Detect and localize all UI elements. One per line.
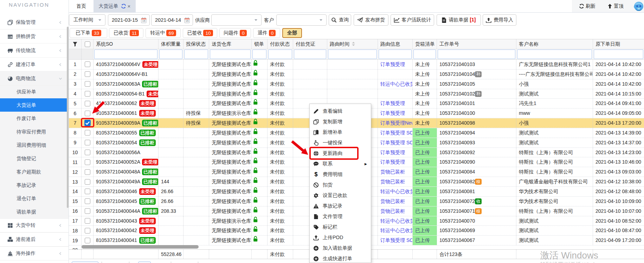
svg-text:15: 15 xyxy=(186,19,189,22)
svg-text:15: 15 xyxy=(142,19,146,22)
